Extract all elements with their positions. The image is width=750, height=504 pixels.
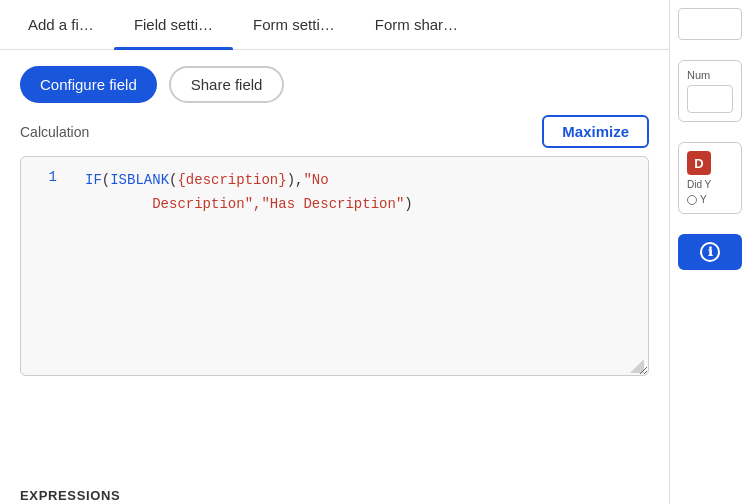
- tab-field-settings[interactable]: Field setti…: [114, 0, 233, 49]
- right-did-label: Did Y: [687, 179, 733, 190]
- right-panel: Num D Did Y Y ℹ: [670, 0, 750, 504]
- info-icon: ℹ: [700, 242, 720, 262]
- right-did-section: D Did Y Y: [678, 142, 742, 214]
- str-no-desc: "No: [303, 172, 328, 188]
- configure-field-button[interactable]: Configure field: [20, 66, 157, 103]
- expressions-section: EXPRESSIONS: [0, 486, 669, 504]
- field-description: {description}: [177, 172, 286, 188]
- right-num-section: Num: [678, 60, 742, 122]
- calculation-editor[interactable]: 1 IF(ISBLANK({description}),"No Descript…: [20, 156, 649, 376]
- str-comma: ",: [245, 196, 262, 212]
- right-radio-input[interactable]: [687, 195, 697, 205]
- maximize-button[interactable]: Maximize: [542, 115, 649, 148]
- right-num-input[interactable]: [687, 85, 733, 113]
- calculation-header: Calculation Maximize: [20, 115, 649, 148]
- right-num-label: Num: [687, 69, 733, 81]
- tab-form-share[interactable]: Form shar…: [355, 0, 478, 49]
- str-has-desc: "Has Description": [261, 196, 404, 212]
- str-no-desc-2: Description: [85, 196, 245, 212]
- calculation-label: Calculation: [20, 124, 89, 140]
- field-action-buttons: Configure field Share field: [0, 50, 669, 115]
- resize-handle[interactable]: [630, 359, 644, 373]
- code-line-1: 1 IF(ISBLANK({description}),"No Descript…: [21, 169, 648, 217]
- expressions-title: EXPRESSIONS: [20, 488, 120, 503]
- right-radio-row: Y: [687, 194, 733, 205]
- right-avatar: D: [687, 151, 711, 175]
- content-area: Calculation Maximize 1 IF(ISBLANK({descr…: [0, 115, 669, 470]
- line-number-1: 1: [33, 169, 57, 185]
- fn-isblank: ISBLANK: [110, 172, 169, 188]
- right-info-button[interactable]: ℹ: [678, 234, 742, 270]
- right-top-input[interactable]: [678, 8, 742, 40]
- main-panel: Add a fi… Field setti… Form setti… Form …: [0, 0, 670, 504]
- fn-if: IF: [85, 172, 102, 188]
- right-radio-label: Y: [700, 194, 707, 205]
- code-expression: IF(ISBLANK({description}),"No Descriptio…: [85, 169, 413, 217]
- share-field-button[interactable]: Share field: [169, 66, 285, 103]
- tab-form-settings[interactable]: Form setti…: [233, 0, 355, 49]
- tab-add-field[interactable]: Add a fi…: [8, 0, 114, 49]
- tab-bar: Add a fi… Field setti… Form setti… Form …: [0, 0, 669, 50]
